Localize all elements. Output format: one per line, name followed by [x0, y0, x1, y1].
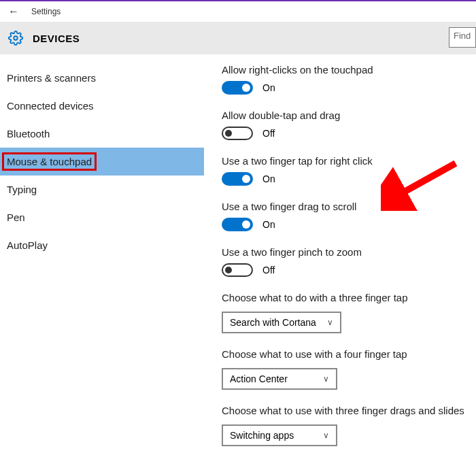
toggle-two-finger-right-click[interactable]: [222, 172, 253, 186]
setting-two-finger-right-click: Use a two finger tap for right click On: [222, 155, 469, 186]
toggle-two-finger-scroll[interactable]: [222, 218, 253, 231]
back-button[interactable]: ←: [5, 5, 22, 18]
chevron-down-icon: ∨: [323, 374, 329, 384]
dropdown-three-finger-tap[interactable]: Search with Cortana ∨: [222, 312, 341, 333]
page-title: DEVICES: [33, 33, 80, 44]
setting-four-finger-tap: Choose what to use with a four finger ta…: [222, 348, 469, 390]
titlebar: ← Settings: [0, 1, 476, 22]
sidebar-item-printers[interactable]: Printers & scanners: [0, 64, 204, 92]
setting-three-finger-drag: Choose what to use with three finger dra…: [222, 405, 469, 446]
chevron-down-icon: ∨: [327, 318, 333, 327]
sidebar: Printers & scanners Connected devices Bl…: [0, 54, 204, 450]
gear-icon: [8, 31, 23, 46]
setting-two-finger-scroll: Use a two finger drag to scroll On: [222, 201, 469, 231]
toggle-allow-double-tap[interactable]: [222, 127, 253, 140]
toggle-allow-right-clicks[interactable]: [222, 81, 253, 95]
sidebar-item-autoplay[interactable]: AutoPlay: [0, 231, 204, 259]
toggle-two-finger-pinch[interactable]: [222, 263, 253, 277]
dropdown-four-finger-tap[interactable]: Action Center ∨: [222, 368, 337, 390]
header: DEVICES Find: [0, 22, 476, 54]
sidebar-item-mouse-touchpad[interactable]: Mouse & touchpad: [0, 148, 204, 176]
chevron-down-icon: ∨: [323, 431, 329, 440]
svg-point-0: [14, 36, 18, 40]
setting-allow-right-clicks: Allow right-clicks on the touchpad On: [222, 64, 469, 95]
dropdown-three-finger-drag[interactable]: Switching apps ∨: [222, 424, 337, 446]
window-title: Settings: [31, 7, 61, 16]
setting-two-finger-pinch: Use a two finger pinch to zoom Off: [222, 246, 469, 277]
main-panel: Allow right-clicks on the touchpad On Al…: [204, 54, 476, 450]
sidebar-item-bluetooth[interactable]: Bluetooth: [0, 120, 204, 148]
setting-three-finger-tap: Choose what to do with a three finger ta…: [222, 292, 469, 333]
setting-allow-double-tap: Allow double-tap and drag Off: [222, 110, 469, 140]
sidebar-item-pen[interactable]: Pen: [0, 203, 204, 231]
content: Printers & scanners Connected devices Bl…: [0, 54, 476, 450]
sidebar-item-typing[interactable]: Typing: [0, 176, 204, 203]
sidebar-item-connected[interactable]: Connected devices: [0, 92, 204, 120]
find-input[interactable]: Find: [449, 27, 476, 48]
